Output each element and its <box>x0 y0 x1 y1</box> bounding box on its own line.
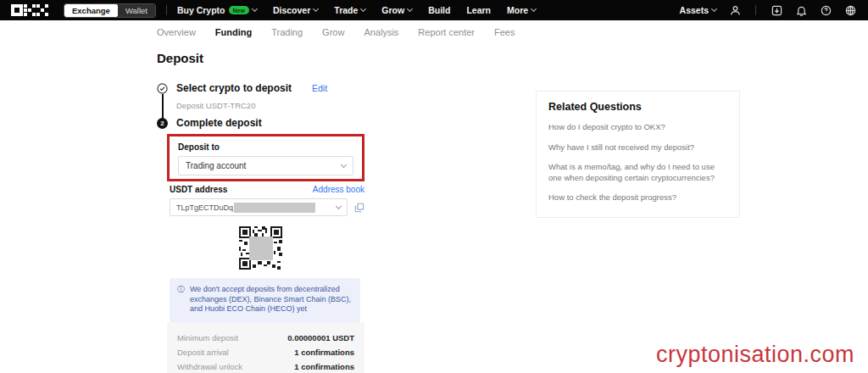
user-icon[interactable] <box>729 4 741 16</box>
related-question-link[interactable]: Why have I still not received my deposit… <box>548 142 727 153</box>
tab-analysis[interactable]: Analysis <box>364 27 398 37</box>
download-app-icon[interactable] <box>771 4 782 16</box>
related-question-link[interactable]: How to check the deposit progress? <box>548 192 727 203</box>
nav-trade-label: Trade <box>334 5 358 15</box>
detail-value: 0.00000001 USDT <box>287 333 354 342</box>
tab-grow[interactable]: Grow <box>322 27 344 37</box>
copy-icon[interactable] <box>354 203 364 213</box>
address-book-link[interactable]: Address book <box>313 185 364 194</box>
nav-grow-label: Grow <box>381 5 404 15</box>
nav-build-label: Build <box>428 5 450 15</box>
deposit-steps: Select crypto to deposit Edit Deposit US… <box>157 82 364 129</box>
nav-discover-label: Discover <box>273 5 310 15</box>
step-2-row: 2 Complete deposit <box>157 117 364 129</box>
step-1-label: Select crypto to deposit <box>176 82 292 94</box>
qr-code <box>239 226 282 270</box>
chevron-down-icon <box>313 6 319 12</box>
address-block: USDT address Address book TLpTgECTDuDq <box>170 185 364 216</box>
check-circle-icon <box>157 83 168 94</box>
deposit-to-highlight-box: Deposit to Trading account <box>167 134 364 181</box>
nav-buy-crypto[interactable]: Buy Crypto New <box>177 5 257 15</box>
nav-discover[interactable]: Discover <box>273 5 318 15</box>
nav-trade[interactable]: Trade <box>334 5 365 15</box>
okx-logo[interactable] <box>11 4 48 16</box>
language-globe-icon[interactable] <box>844 4 856 16</box>
toggle-exchange[interactable]: Exchange <box>64 4 118 17</box>
notifications-bell-icon[interactable] <box>795 4 807 16</box>
assets-menu[interactable]: Assets <box>680 5 716 15</box>
chevron-down-icon <box>531 6 537 12</box>
step-1-subtext: Deposit USDT-TRC20 <box>176 101 364 110</box>
nav-more[interactable]: More <box>507 5 536 15</box>
funding-subnav: Overview Funding Trading Grow Analysis R… <box>0 20 868 44</box>
edit-link[interactable]: Edit <box>312 83 327 93</box>
address-value: TLpTgECTDuDq <box>176 203 233 212</box>
watermark: cryptonisation.com <box>656 342 854 368</box>
nav-grow[interactable]: Grow <box>381 5 412 15</box>
related-question-link[interactable]: How do I deposit crypto to OKX? <box>548 122 727 133</box>
tab-overview[interactable]: Overview <box>157 27 196 37</box>
detail-row-withdrawal-unlock: Withdrawal unlock 1 confirmations <box>177 359 354 373</box>
deposit-to-label: Deposit to <box>178 142 353 152</box>
tab-report-center[interactable]: Report center <box>418 27 475 37</box>
nav-buy-crypto-label: Buy Crypto <box>177 5 225 15</box>
topbar-divider <box>166 5 167 15</box>
detail-label: Withdrawal unlock <box>177 362 242 371</box>
related-questions-card: Related Questions How do I deposit crypt… <box>536 91 740 218</box>
detail-value: 1 confirmations <box>294 348 354 357</box>
help-icon[interactable] <box>820 4 832 16</box>
topbar-nav: Buy Crypto New Discover Trade Grow Build… <box>177 5 536 15</box>
chevron-down-icon <box>711 6 717 12</box>
deposit-details-panel: Minimum deposit 0.00000001 USDT Deposit … <box>167 322 364 373</box>
nav-more-label: More <box>507 5 528 15</box>
step-2-label: Complete deposit <box>176 117 262 129</box>
info-icon: ⓘ <box>177 285 185 315</box>
step-1-row: Select crypto to deposit Edit <box>157 82 364 94</box>
chevron-down-icon <box>407 6 413 12</box>
new-badge: New <box>229 6 249 14</box>
chevron-down-icon <box>360 6 366 12</box>
topbar-right: Assets <box>680 4 856 16</box>
detail-row-minimum-deposit: Minimum deposit 0.00000001 USDT <box>177 331 354 345</box>
step-connector-line <box>162 94 164 120</box>
nav-learn[interactable]: Learn <box>466 5 491 15</box>
detail-value: 1 confirmations <box>294 362 354 371</box>
tab-trading[interactable]: Trading <box>271 27 303 37</box>
toggle-wallet[interactable]: Wallet <box>118 4 155 17</box>
tab-funding[interactable]: Funding <box>215 27 252 37</box>
nav-learn-label: Learn <box>466 5 491 15</box>
deposit-to-select[interactable]: Trading account <box>178 156 353 175</box>
chevron-down-icon <box>341 162 347 168</box>
nav-build[interactable]: Build <box>428 5 450 15</box>
assets-label: Assets <box>680 5 709 15</box>
usdt-address-label: USDT address <box>170 185 227 194</box>
deposit-to-value: Trading account <box>186 161 342 170</box>
deposit-main: Deposit Select crypto to deposit Edit De… <box>157 51 364 129</box>
exchange-wallet-toggle: Exchange Wallet <box>64 3 156 18</box>
detail-label: Deposit arrival <box>177 348 229 357</box>
detail-row-deposit-arrival: Deposit arrival 1 confirmations <box>177 345 354 359</box>
detail-label: Minimum deposit <box>177 333 238 342</box>
chevron-down-icon <box>252 6 258 12</box>
related-questions-title: Related Questions <box>548 101 727 113</box>
topbar-divider <box>755 5 756 15</box>
address-redaction-block <box>234 203 315 213</box>
deposit-notice: ⓘ We don't accept deposits from decentra… <box>170 278 360 322</box>
top-navigation-bar: Exchange Wallet Buy Crypto New Discover … <box>0 0 868 20</box>
tab-fees[interactable]: Fees <box>494 27 515 37</box>
chevron-down-icon <box>336 203 342 209</box>
address-select[interactable]: TLpTgECTDuDq <box>170 198 348 216</box>
page-title: Deposit <box>157 51 364 65</box>
related-question-link[interactable]: What is a memo/tag, and why do I need to… <box>548 162 727 183</box>
notice-text: We don't accept deposits from decentrali… <box>190 285 353 315</box>
